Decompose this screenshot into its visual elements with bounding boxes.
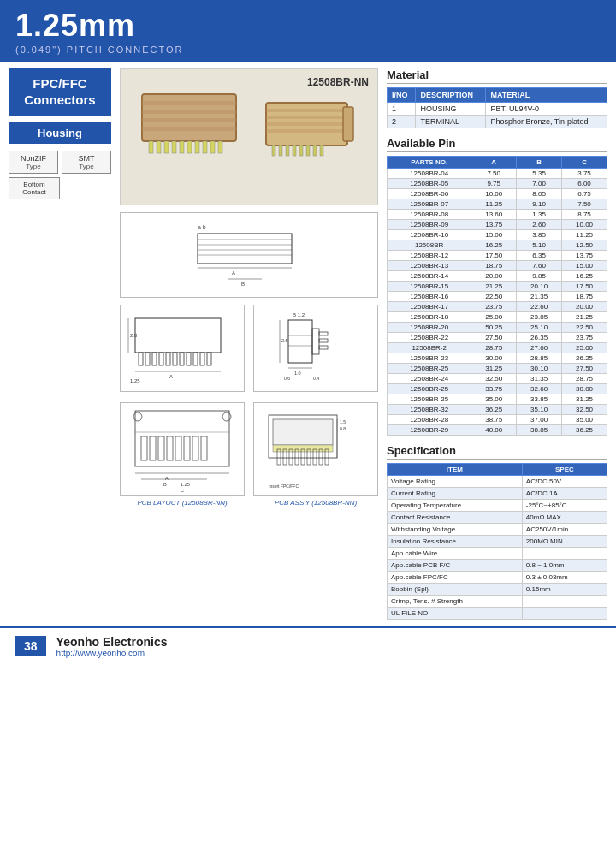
svg-rect-14	[218, 141, 222, 153]
svg-text:2.0: 2.0	[130, 333, 138, 338]
svg-rect-30	[198, 234, 292, 264]
svg-rect-12	[203, 141, 207, 153]
spec-table: ITEM SPEC Voltage RatingAC/DC 50VCurrent…	[387, 463, 607, 620]
pin-row: 12508BR16.255.1012.50	[388, 240, 607, 250]
pin-row: 12508BR-1723.7522.6020.00	[388, 301, 607, 311]
svg-rect-73	[150, 436, 156, 460]
pin-table: PARTS NO. A B C 12508BR-047.505.353.7512…	[387, 156, 607, 436]
svg-rect-28	[320, 145, 323, 156]
specification-section: Specification ITEM SPEC Voltage RatingAC…	[387, 444, 607, 620]
pin-row: 12508BR-2050.2525.1022.50	[388, 322, 607, 332]
available-pin-section: Available Pin PARTS NO. A B C 12508BR-04…	[387, 137, 607, 436]
header-subtitle: (0.049") PITCH CONNECTOR	[15, 44, 601, 55]
svg-rect-49	[200, 353, 204, 365]
svg-rect-72	[141, 436, 147, 460]
material-table: I/NO DESCRIPTION MATERIAL 1HOUSINGPBT, U…	[387, 87, 607, 128]
spec-row: App.cable PCB F/C0.8 ~ 1.0mm	[388, 559, 607, 571]
svg-rect-13	[210, 141, 215, 153]
connector-illustration	[133, 77, 364, 197]
svg-rect-18	[266, 122, 347, 126]
right-panel: Material I/NO DESCRIPTION MATERIAL 1HOUS…	[387, 68, 607, 620]
svg-text:A: A	[165, 476, 169, 481]
pcb-layout-label: PCB LAYOUT (12508BR-NN)	[120, 499, 245, 507]
svg-rect-42	[152, 353, 157, 365]
footer: 38 Yeonho Electronics http://www.yeonho.…	[0, 626, 616, 665]
svg-text:0.6: 0.6	[284, 376, 290, 381]
pcb-diagrams: A B 1.25 C PCB LAYOUT (12508BR-NN)	[120, 402, 378, 507]
svg-rect-41	[145, 353, 150, 365]
pin-col-c: C	[562, 156, 607, 168]
svg-rect-90	[273, 445, 333, 452]
material-col-desc: DESCRIPTION	[416, 87, 486, 102]
svg-rect-26	[306, 145, 310, 156]
pin-row: 12508BR-2940.0038.8536.25	[388, 424, 607, 435]
pcb-assy-section: 1.5 0.8 Insert FPC/FFC PCB ASS'Y (12508B…	[253, 402, 378, 507]
svg-rect-48	[193, 353, 198, 365]
svg-text:B: B	[241, 282, 245, 287]
pin-row: 12508BR-1015.003.8511.25	[388, 229, 607, 240]
pin-row: 12508BR-2531.2530.1027.50	[388, 363, 607, 373]
svg-rect-21	[272, 145, 275, 156]
spec-row: App.cable FPC/FC0.3 ± 0.03mm	[388, 571, 607, 583]
pin-row: 12508BR-0913.752.6010.00	[388, 219, 607, 229]
bottom-contact-button[interactable]: BottomContact	[9, 177, 60, 199]
pin-col-b: B	[517, 156, 562, 168]
pcb-layout-section: A B 1.25 C PCB LAYOUT (12508BR-NN)	[120, 402, 245, 507]
svg-rect-17	[266, 116, 347, 119]
svg-text:0.8: 0.8	[340, 426, 346, 431]
svg-rect-70	[135, 411, 229, 466]
pin-row: 12508BR-0813.601.358.75	[388, 209, 607, 219]
svg-rect-50	[207, 353, 211, 365]
center-panel: 12508BR-NN	[120, 68, 378, 620]
svg-rect-19	[266, 129, 347, 133]
sidebar-housing[interactable]: Housing	[9, 122, 111, 144]
spec-title: Specification	[387, 444, 607, 460]
available-pin-title: Available Pin	[387, 137, 607, 152]
svg-rect-43	[159, 353, 163, 365]
svg-text:2.5: 2.5	[281, 338, 288, 343]
footer-company-info: Yeonho Electronics http://www.yeonho.com	[56, 635, 168, 658]
nonzif-button[interactable]: NonZIF Type	[9, 151, 58, 174]
svg-rect-44	[166, 353, 170, 365]
svg-text:B    1.2: B 1.2	[293, 312, 305, 317]
svg-rect-57	[288, 320, 312, 363]
spec-row: Voltage RatingAC/DC 50V	[388, 475, 607, 487]
header-size: 1.25mm	[15, 9, 601, 43]
svg-rect-62	[319, 339, 328, 342]
svg-rect-76	[175, 436, 181, 460]
pin-row: 12508BR-2227.5026.3523.75	[388, 332, 607, 342]
pin-row: 12508BR-059.757.006.00	[388, 178, 607, 188]
company-name: Yeonho Electronics	[56, 635, 168, 649]
svg-rect-8	[172, 141, 176, 153]
top-view-diagram: a b A B	[120, 212, 378, 298]
pin-col-a: A	[471, 156, 517, 168]
material-col-mat: MATERIAL	[486, 87, 607, 102]
pin-row: 12508BR-0610.008.056.75	[388, 188, 607, 199]
sidebar: FPC/FFC Connectors Housing NonZIF Type S…	[9, 68, 111, 620]
svg-rect-78	[192, 436, 198, 460]
main-content: FPC/FFC Connectors Housing NonZIF Type S…	[0, 62, 616, 626]
svg-rect-47	[187, 353, 191, 365]
smt-button[interactable]: SMT Type	[62, 151, 111, 174]
svg-rect-1	[142, 101, 236, 105]
pin-row: 12508BR-1217.506.3513.75	[388, 250, 607, 260]
svg-rect-39	[135, 318, 221, 353]
company-url: http://www.yeonho.com	[56, 649, 168, 658]
svg-rect-45	[173, 353, 177, 365]
spec-row: UL FILE NO—	[388, 607, 607, 619]
front-view-diagram: A 2.0 1.25	[120, 305, 245, 392]
sidebar-brand: FPC/FFC Connectors	[9, 68, 111, 116]
svg-rect-46	[180, 353, 184, 365]
pin-row: 12508BR-2330.0028.8526.25	[388, 353, 607, 363]
material-col-ino: I/NO	[388, 87, 416, 102]
pin-row: 12508BR-2535.0033.8531.25	[388, 394, 607, 404]
svg-text:a    b: a b	[198, 224, 206, 230]
pcb-assy-label: PCB ASS'Y (12508BR-NN)	[253, 499, 378, 507]
diagram-row-1: a b A B	[120, 212, 378, 298]
svg-rect-23	[286, 145, 289, 156]
pin-row: 12508BR-2432.5031.3528.75	[388, 373, 607, 383]
svg-rect-5	[149, 141, 153, 153]
svg-rect-2	[142, 110, 236, 114]
spec-row: Bobbin (Spl)0.15mm	[388, 583, 607, 595]
pin-row: 12508BR-047.505.353.75	[388, 168, 607, 178]
